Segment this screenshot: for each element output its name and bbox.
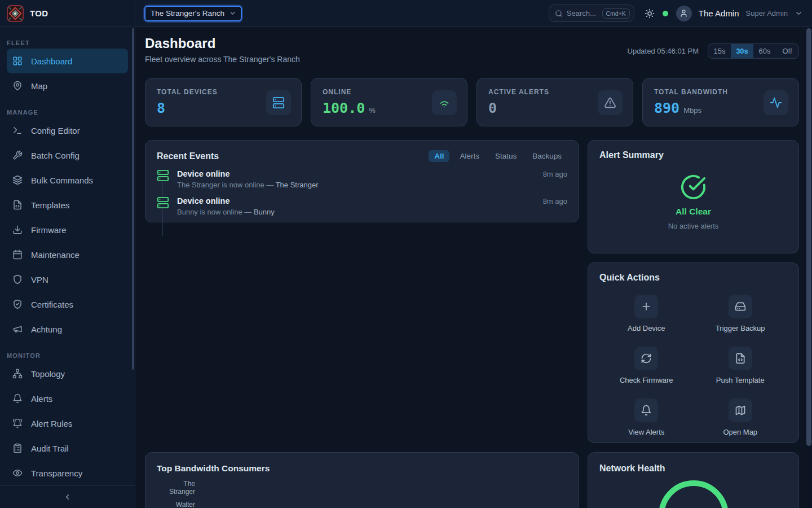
refresh-option-off[interactable]: Off: [776, 44, 798, 58]
event-device-name: Bunny: [254, 208, 275, 216]
sidebar-item-label: Bulk Commands: [31, 176, 93, 185]
event-time: 8m ago: [543, 197, 567, 205]
events-list: Device online 8m ago The Stranger is now…: [157, 169, 567, 216]
sidebar-item-batch-config[interactable]: Batch Config: [7, 143, 128, 168]
alert-status-text: All Clear: [676, 207, 711, 217]
wrench-icon: [12, 150, 23, 160]
sidebar-item-label: Config Editor: [31, 126, 80, 135]
sidebar-item-audit-trail[interactable]: Audit Trail: [7, 436, 128, 461]
alert-summary-title: Alert Summary: [599, 150, 787, 160]
app-logo-icon: [7, 5, 24, 22]
fleet-selector-dropdown[interactable]: The Stranger's Ranch: [144, 6, 242, 21]
event-description: The Stranger is now online — The Strange…: [177, 181, 567, 189]
stat-icon-tile: [432, 90, 457, 115]
sidebar-item-label: Alert Rules: [31, 419, 72, 428]
clipboard-list-icon: [12, 443, 23, 453]
quick-action-open-map[interactable]: Open Map: [694, 398, 788, 436]
shield-check-icon: [12, 299, 23, 309]
network-health-gauge: 100: [659, 480, 729, 508]
filter-tab-backups[interactable]: Backups: [527, 150, 567, 162]
megaphone-icon: [12, 324, 23, 334]
bar-category-label: Walter: [157, 501, 201, 508]
sidebar-item-label: Firmware: [31, 225, 67, 235]
sidebar: FLEET Dashboard Map MANAGE Config Editor…: [0, 27, 135, 508]
sidebar-item-label: Topology: [31, 369, 65, 379]
refresh-option-15s[interactable]: 15s: [708, 44, 731, 58]
bandwidth-chart-title: Top Bandwidth Consumers: [157, 463, 270, 473]
event-description-text: The Stranger is now online: [177, 181, 264, 189]
map-pin-icon: [12, 81, 23, 91]
sidebar-item-vpn[interactable]: VPN: [7, 267, 128, 292]
event-time: 8m ago: [543, 170, 567, 178]
event-device-name: The Stranger: [276, 181, 319, 189]
sidebar-item-alerts[interactable]: Alerts: [7, 386, 128, 411]
sidebar-scrollbar[interactable]: [132, 28, 134, 370]
sidebar-item-firmware[interactable]: Firmware: [7, 217, 128, 242]
connection-status-dot: [663, 11, 668, 16]
quick-action-trigger-backup[interactable]: Trigger Backup: [694, 295, 788, 332]
user-menu-chevron-icon[interactable]: [795, 9, 803, 17]
quick-action-add-device[interactable]: Add Device: [599, 295, 694, 332]
sidebar-item-config-editor[interactable]: Config Editor: [7, 118, 128, 143]
sidebar-item-transparency[interactable]: Transparency: [7, 461, 128, 485]
stat-cards-row: TOTAL DEVICES 8 ONLINE 100.0 % ACTIVE AL…: [145, 78, 799, 126]
quick-action-view-alerts[interactable]: View Alerts: [599, 398, 694, 436]
sidebar-item-label: Dashboard: [31, 56, 72, 66]
recent-events-title: Recent Events: [157, 151, 219, 161]
event-title: Device online: [177, 196, 230, 205]
sidebar-item-maintenance[interactable]: Maintenance: [7, 242, 128, 267]
top-bandwidth-consumers-card: Top Bandwidth Consumers The Stranger Wal…: [145, 452, 579, 508]
sidebar-item-bulk-commands[interactable]: Bulk Commands: [7, 168, 128, 192]
sidebar-item-alert-rules[interactable]: Alert Rules: [7, 411, 128, 436]
filter-tab-alerts[interactable]: Alerts: [454, 150, 485, 162]
filter-tab-all[interactable]: All: [429, 150, 449, 162]
page-title: Dashboard: [145, 36, 215, 51]
sidebar-item-label: Transparency: [31, 468, 82, 478]
event-filter-tabs: All Alerts Status Backups: [429, 150, 567, 162]
sidebar-item-topology[interactable]: Topology: [7, 361, 128, 386]
sidebar-section-fleet: FLEET: [0, 40, 135, 49]
sidebar-section-manage: MANAGE: [0, 109, 135, 118]
main-scrollbar-track[interactable]: [806, 27, 812, 508]
main-scrollbar-thumb[interactable]: [806, 28, 811, 446]
filter-tab-status[interactable]: Status: [489, 150, 522, 162]
avatar[interactable]: [676, 6, 692, 21]
search-input[interactable]: Search... Cmd+K: [549, 5, 634, 22]
theme-toggle-sun-icon[interactable]: [645, 8, 655, 19]
stat-card-online: ONLINE 100.0 %: [311, 78, 467, 126]
network-health-score: 100: [679, 506, 708, 508]
network-health-title: Network Health: [599, 463, 665, 473]
refresh-option-60s[interactable]: 60s: [753, 44, 776, 58]
file-code-icon: [735, 353, 746, 364]
event-separator: —: [266, 181, 273, 189]
quick-action-check-firmware[interactable]: Check Firmware: [599, 347, 694, 384]
main-content: Dashboard Fleet overview across The Stra…: [135, 27, 812, 508]
hard-drive-icon: [735, 301, 746, 312]
stat-icon-tile: [266, 90, 291, 115]
stat-value: 8: [157, 100, 165, 116]
sidebar-item-certificates[interactable]: Certificates: [7, 292, 128, 317]
event-description-text: Bunny is now online: [177, 208, 242, 216]
quick-action-push-template[interactable]: Push Template: [694, 347, 788, 384]
network-health-card: Network Health 100: [588, 452, 799, 508]
sidebar-item-label: Audit Trail: [31, 444, 69, 453]
quick-action-label: Check Firmware: [620, 376, 673, 384]
sidebar-collapse-button[interactable]: [0, 485, 135, 508]
search-icon: [555, 10, 563, 17]
quick-action-label: View Alerts: [628, 428, 664, 436]
event-separator: —: [244, 208, 251, 216]
sidebar-item-label: Achtung: [31, 325, 62, 334]
chevron-left-icon: [63, 493, 72, 501]
download-icon: [12, 225, 23, 235]
sidebar-item-achtung[interactable]: Achtung: [7, 317, 128, 341]
sidebar-item-templates[interactable]: Templates: [7, 192, 128, 217]
user-name: The Admin: [699, 8, 739, 18]
quick-actions-grid: Add Device Trigger Backup Check Firmware…: [599, 295, 787, 436]
sidebar-item-dashboard[interactable]: Dashboard: [7, 49, 128, 73]
stat-icon-tile: [598, 90, 623, 115]
sidebar-item-map[interactable]: Map: [7, 73, 128, 98]
calendar-icon: [12, 249, 23, 260]
refresh-option-30s[interactable]: 30s: [731, 44, 753, 58]
server-icon: [157, 196, 169, 209]
sidebar-item-label: Certificates: [31, 300, 73, 309]
